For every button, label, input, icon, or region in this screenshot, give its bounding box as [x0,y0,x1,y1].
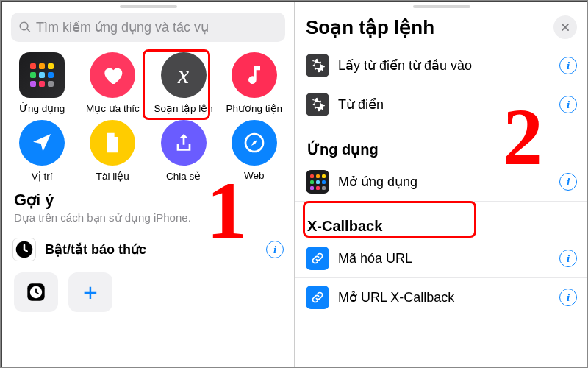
group-heading-apps: Ứng dụng [295,124,587,163]
panel-step-2: Soạn tập lệnh Lấy từ điển từ đầu vào i T… [294,2,587,367]
info-icon[interactable]: i [266,241,284,258]
info-icon[interactable]: i [559,250,577,267]
link-icon [306,286,329,309]
tile-add[interactable]: + [68,272,112,312]
category-documents[interactable]: Tài liệu [77,120,148,182]
suggestions-heading: Gợi ý [2,183,294,211]
suggestion-alarm-toggle[interactable]: Bật/tắt báo thức i [2,230,294,269]
action-open-app[interactable]: Mở ứng dụng i [295,163,587,202]
location-arrow-icon [19,120,65,166]
search-icon [18,21,32,34]
search-placeholder: Tìm kiếm ứng dụng và tác vụ [36,19,209,35]
gear-icon [306,54,329,77]
info-icon[interactable]: i [559,57,577,74]
action-url-encode[interactable]: Mã hóa URL i [295,239,587,278]
document-icon [90,120,135,166]
info-icon[interactable]: i [559,96,577,113]
action-get-dictionary-from-input[interactable]: Lấy từ điển từ đầu vào i [295,46,587,85]
info-icon[interactable]: i [559,173,577,191]
close-button[interactable] [553,15,577,39]
category-location[interactable]: Vị trí [7,120,77,182]
category-sharing[interactable]: Chia sẻ [148,120,219,182]
plus-icon: + [83,280,98,305]
category-scripting[interactable]: x Soạn tập lện [148,52,219,114]
category-apps[interactable]: Ứng dụng [7,52,77,114]
safari-compass-icon [232,120,277,166]
panel-step-1: Tìm kiếm ứng dụng và tác vụ Ứng dụng Mục… [2,2,294,367]
search-input[interactable]: Tìm kiếm ứng dụng và tác vụ [11,13,285,42]
category-favorites[interactable]: Mục ưa thíc [77,52,148,114]
tile-clock-app[interactable] [14,272,58,312]
clock-app-icon [26,282,46,302]
apps-icon [19,52,65,98]
scripting-x-icon: x [161,52,207,98]
action-open-x-callback-url[interactable]: Mở URL X-Callback i [295,278,587,316]
category-grid: Ứng dụng Mục ưa thíc x Soạn tập lện Phươ… [2,49,294,183]
close-icon [560,22,570,32]
music-note-icon [232,52,277,98]
apps-grid-icon [306,170,329,194]
group-heading-x-callback: X-Callback [295,202,587,239]
clock-icon [12,238,36,261]
link-icon [306,247,329,270]
heart-icon [90,52,135,98]
share-icon [161,120,207,166]
suggestions-subtitle: Dựa trên cách bạn sử dụng iPhone. [2,211,294,230]
gear-icon [306,93,329,116]
tile-row: + [2,269,294,319]
grabber-handle[interactable] [120,5,177,8]
suggestion-label: Bật/tắt báo thức [45,241,266,258]
category-web[interactable]: Web [219,120,290,182]
category-media[interactable]: Phương tiện [219,52,290,114]
grabber-handle[interactable] [413,5,470,8]
info-icon[interactable]: i [559,289,577,306]
action-dictionary[interactable]: Từ điển i [295,85,587,124]
sheet-title: Soạn tập lệnh [306,16,434,39]
